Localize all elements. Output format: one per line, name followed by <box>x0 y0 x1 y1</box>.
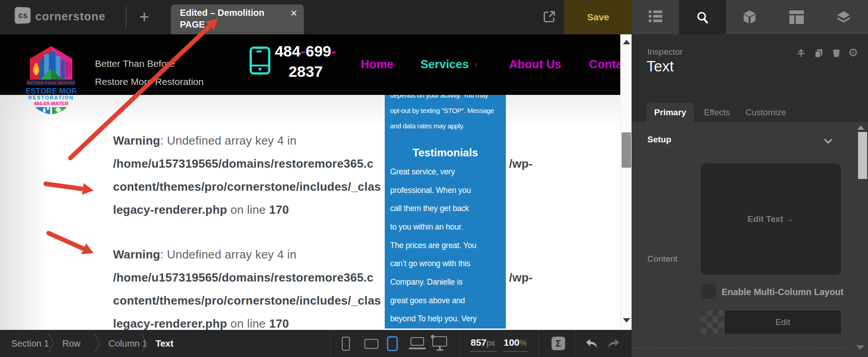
search-button[interactable] <box>679 0 726 34</box>
outline-button[interactable] <box>632 0 679 34</box>
multi-column-label: Enable Multi-Column Layout <box>722 287 844 297</box>
new-document-button[interactable]: + <box>135 5 154 28</box>
document-tab[interactable]: Edited – Demolition PAGE ✕ <box>171 5 304 34</box>
open-external-button[interactable] <box>542 9 557 24</box>
tab-title-line2: PAGE <box>180 19 205 30</box>
testimonial-line: professional. When you <box>390 186 502 195</box>
panel-scroll-up-icon[interactable] <box>857 126 864 130</box>
delete-element-button[interactable] <box>831 48 842 61</box>
site-phone-number[interactable]: 484-699-2837 <box>269 41 342 82</box>
search-icon <box>696 10 709 24</box>
cornerstone-editor: Warning: Undefined array key 4 in /home/… <box>0 0 868 357</box>
scroll-down-icon[interactable] <box>623 318 630 323</box>
testimonial-line: great goes above and <box>390 296 502 305</box>
php-warning-file-line: legacy-renderer.php on line 170 <box>113 203 289 217</box>
tab-customize[interactable]: Customize <box>745 108 786 117</box>
viewport-width-control[interactable]: 857px <box>471 337 495 348</box>
chevron-down-icon[interactable] <box>824 137 833 146</box>
setup-section-header[interactable]: Setup <box>647 135 671 145</box>
content-field-label: Content <box>647 254 678 264</box>
phone-part: 699 <box>306 42 331 60</box>
testimonials-panel[interactable]: depends on your activity. You may opt-ou… <box>385 92 506 329</box>
device-desktop-button[interactable] <box>432 336 447 347</box>
phone-part: 484 <box>275 42 301 60</box>
phone-dot <box>259 68 261 70</box>
nav-link-contact[interactable]: Conta <box>589 57 620 71</box>
divider <box>538 330 539 357</box>
logo-name-text: RESTORE MORE <box>26 87 76 95</box>
warning-file: legacy-renderer.php <box>113 203 227 216</box>
gear-icon[interactable]: ⚙ <box>848 46 858 59</box>
preview-canvas[interactable]: Warning: Undefined array key 4 in /home/… <box>0 34 632 330</box>
php-warning-line: Warning: Undefined array key 4 in <box>113 248 297 262</box>
zoom-control[interactable]: 100% <box>504 337 527 348</box>
testimonials-heading: Testimonials <box>385 146 506 159</box>
testimonial-line: beyond To help you. Very <box>390 314 502 324</box>
pin-element-button[interactable] <box>796 48 807 61</box>
panel-scrollbar-thumb[interactable] <box>858 132 867 179</box>
panel-scroll-down-icon[interactable] <box>856 345 864 350</box>
cube-icon <box>743 10 756 24</box>
device-tablet-landscape-button[interactable] <box>364 339 378 349</box>
breadcrumb-row[interactable]: Row <box>62 338 80 349</box>
close-tab-icon[interactable]: ✕ <box>290 8 297 19</box>
element-index-button[interactable]: Σ <box>552 337 565 350</box>
warning-lineno: 170 <box>269 317 289 330</box>
testimonial-line: can’t go wrong with this <box>390 259 502 268</box>
viewport-width-unit: px <box>486 338 495 348</box>
canvas-scrollbar[interactable] <box>620 34 632 330</box>
duplicate-element-button[interactable] <box>813 48 824 61</box>
breadcrumb-current-text[interactable]: Text <box>156 338 174 349</box>
selected-element-title: Text <box>646 58 674 75</box>
logo-arc-text: BETTER THAN BEFORE <box>27 81 75 85</box>
elements-button[interactable] <box>726 0 773 34</box>
chevron-right-icon <box>141 334 148 353</box>
phone-notch <box>256 51 262 52</box>
inspector-panel: Inspector ⚙ Text Primary Effects Customi… <box>632 34 868 357</box>
php-warning-path2: content/themes/pro/cornerstone/includes/… <box>113 180 381 194</box>
zoom-unit: % <box>519 338 527 348</box>
testimonial-line: call them they get back <box>390 204 502 213</box>
layers-button[interactable] <box>820 0 867 34</box>
tab-title-line1: Edited – Demolition <box>180 8 264 18</box>
background-edit-button[interactable]: Edit <box>701 310 841 334</box>
warning-bold: Warning <box>113 248 160 261</box>
undo-button[interactable] <box>585 338 599 351</box>
breadcrumb-section[interactable]: Section 1 <box>11 338 49 349</box>
tagline-line2: Restore More Restoration <box>95 73 203 91</box>
phone-dash: - <box>301 42 306 60</box>
device-phone-button[interactable] <box>342 337 350 351</box>
php-warning-path: /home/u157319565/domains/restoremore365.… <box>113 157 373 171</box>
phone-split <box>252 65 268 66</box>
transparency-swatch <box>701 310 725 334</box>
site-header[interactable]: Better Than Before Restore More Restorat… <box>0 34 620 95</box>
undo-icon <box>585 338 599 349</box>
testimonial-line: Company. Danielle is <box>390 277 502 287</box>
testimonial-line: The prices are great. You <box>390 241 502 250</box>
nav-link-services[interactable]: Services <box>420 57 469 71</box>
copy-icon <box>813 48 824 59</box>
chevron-right-icon <box>94 334 101 353</box>
brand-name: cornerstone <box>35 10 105 23</box>
underline <box>470 351 497 352</box>
water-drop-icon <box>47 106 49 110</box>
scrollbar-thumb[interactable] <box>622 132 631 168</box>
logo-sub-text: RESTORATION <box>28 95 74 100</box>
device-laptop-button[interactable] <box>410 337 424 346</box>
tab-primary-active[interactable]: Primary <box>646 103 694 122</box>
redo-button[interactable] <box>607 338 620 351</box>
scroll-up-icon[interactable] <box>623 40 630 44</box>
nav-link-home[interactable]: Home <box>361 57 393 71</box>
save-button[interactable]: Save <box>564 0 632 34</box>
inspector-label: Inspector <box>647 47 683 57</box>
section-divider <box>632 348 852 348</box>
tab-effects[interactable]: Effects <box>704 108 730 117</box>
layout-button[interactable] <box>773 0 820 34</box>
testimonial-line: to you within an hour. <box>390 222 502 232</box>
nav-link-about[interactable]: About Us <box>509 57 561 71</box>
device-tablet-portrait-button-active[interactable] <box>387 336 398 351</box>
edit-text-button[interactable]: Edit Text → <box>701 164 841 275</box>
warning-online: on line <box>227 317 269 330</box>
multi-column-checkbox[interactable] <box>701 284 716 299</box>
company-logo: BETTER THAN BEFORE RESTORE MORE RESTORAT… <box>26 45 76 115</box>
